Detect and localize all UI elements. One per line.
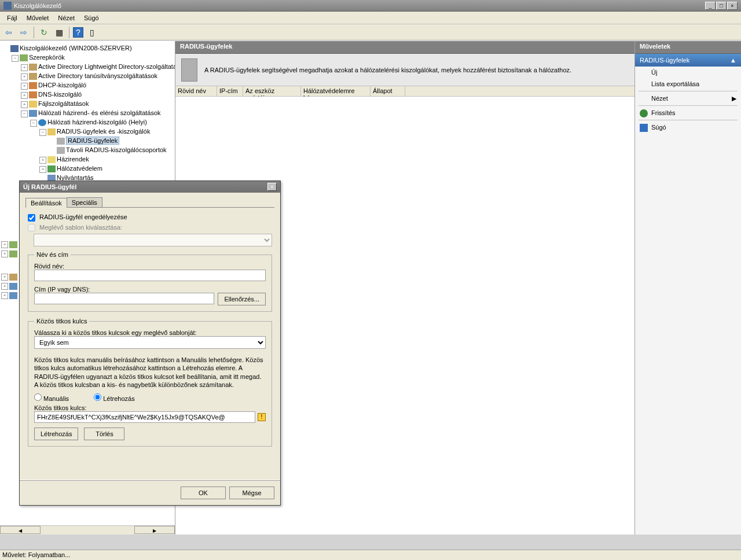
back-button[interactable]: ⇦ [2, 26, 15, 39]
separator [69, 27, 69, 38]
col-vendor[interactable]: Az eszköz gyártója [243, 86, 301, 96]
expander[interactable]: + [1, 292, 8, 299]
list-button[interactable]: ▦ [53, 26, 65, 39]
action-refresh[interactable]: Frissítés [635, 107, 741, 119]
folder-icon [9, 274, 17, 281]
refresh-button[interactable]: ↻ [38, 26, 50, 39]
button-verify[interactable]: Ellenőrzés... [218, 293, 266, 305]
button-generate[interactable]: Létrehozás [34, 428, 78, 440]
folder-icon [9, 241, 17, 248]
select-secret-template[interactable]: Egyik sem [34, 336, 266, 349]
tree-radius-clients-servers[interactable]: RADIUS-ügyfelek és -kiszolgálók [57, 128, 150, 135]
expander[interactable]: + [21, 92, 28, 99]
folder-icon [9, 292, 17, 299]
help-button[interactable]: ? [73, 27, 83, 38]
menu-file[interactable]: Fájl [2, 13, 22, 23]
actions-subtitle-text: RADIUS-ügyfelek [640, 57, 689, 64]
expander[interactable]: + [1, 241, 8, 248]
col-ip[interactable]: IP-cím [217, 86, 243, 96]
maximize-button[interactable]: □ [716, 2, 727, 10]
checkbox-enable-client[interactable] [28, 214, 35, 222]
dialog-new-radius-client: Új RADIUS-ügyfél × Beállítások Speciális… [19, 180, 281, 506]
expander[interactable]: + [39, 157, 46, 164]
expander[interactable]: + [1, 250, 8, 257]
radio-manual[interactable] [34, 393, 42, 401]
window-titlebar: Kiszolgálókezelő _ □ × [0, 0, 741, 12]
separator [639, 120, 738, 120]
folder-icon [9, 250, 17, 257]
radio-generate[interactable] [94, 393, 101, 401]
expander[interactable]: + [21, 101, 28, 108]
action-new[interactable]: Új [635, 67, 741, 78]
server-icon [181, 58, 197, 82]
horizontal-scrollbar[interactable]: ◀ ▶ [0, 525, 175, 535]
input-shared-secret[interactable] [34, 411, 255, 423]
tab-advanced[interactable]: Speciális [67, 197, 102, 207]
window-title: Kiszolgálókezelő [14, 2, 705, 9]
secret-help-text: Közös titkos kulcs manuális beírásához k… [34, 356, 266, 389]
tree-nps-root[interactable]: Hálózati házirend- és elérési szolgáltat… [38, 109, 161, 116]
expander[interactable]: + [21, 73, 28, 80]
expander[interactable]: + [1, 274, 8, 281]
tree-nap[interactable]: Hálózatvédelem [57, 165, 102, 172]
tree-root[interactable]: Kiszolgálókezelő (WIN2008-SZERVER) [20, 45, 132, 51]
info-box: A RADIUS-ügyfelek segítségével megadhatj… [175, 54, 634, 86]
action-view[interactable]: Nézet▶ [635, 93, 741, 104]
tree-dns[interactable]: DNS-kiszolgáló [38, 91, 82, 98]
forward-button[interactable]: ⇨ [17, 26, 30, 39]
col-name[interactable]: Rövid név [175, 86, 217, 96]
button-clear[interactable]: Törlés [84, 428, 124, 440]
actions-subtitle: RADIUS-ügyfelek ▲ [635, 54, 741, 67]
dialog-close-button[interactable]: × [267, 183, 277, 191]
list-header: Rövid név IP-cím Az eszköz gyártója Háló… [175, 86, 634, 97]
collapse-icon[interactable]: ▲ [730, 57, 736, 64]
tree-radius-clients[interactable]: RADIUS-ügyfelek [66, 137, 119, 145]
input-friendly-name[interactable] [34, 270, 266, 281]
select-template [34, 234, 272, 246]
button-ok[interactable]: OK [181, 487, 226, 499]
actions-title: Műveletek [635, 41, 741, 54]
tree-adcs[interactable]: Active Directory tanúsítványszolgáltatás… [38, 72, 157, 79]
tree-truncated-nodes: + + + + + [1, 240, 19, 300]
action-help[interactable]: Súgó [635, 121, 741, 133]
tab-settings[interactable]: Beállítások [25, 198, 67, 208]
button-cancel[interactable]: Mégse [229, 487, 274, 499]
col-status[interactable]: Állapot [370, 86, 405, 96]
scroll-right[interactable]: ▶ [134, 526, 175, 534]
minimize-button[interactable]: _ [705, 2, 716, 10]
folder-icon [9, 283, 17, 290]
scroll-left[interactable]: ◀ [0, 526, 41, 534]
expander[interactable]: + [21, 83, 28, 90]
expander[interactable]: − [12, 55, 19, 62]
action-export[interactable]: Lista exportálása [635, 78, 741, 90]
separator [639, 105, 738, 106]
tree-remote-radius[interactable]: Távoli RADIUS-kiszolgálócsoportok [66, 146, 167, 153]
close-button[interactable]: × [727, 2, 738, 10]
pane-button[interactable]: ▯ [86, 26, 98, 39]
label-friendly-name: Rövid név: [34, 263, 266, 270]
expander[interactable]: + [1, 283, 8, 290]
expander[interactable]: + [39, 166, 46, 173]
help-icon [640, 124, 648, 132]
fieldset-name-address: Név és cím Rövid név: Cím (IP vagy DNS):… [28, 251, 272, 312]
tree-nps-local[interactable]: Hálózati házirend-kiszolgáló (Helyi) [47, 119, 147, 126]
menu-view[interactable]: Nézet [53, 13, 79, 23]
tree-adlds[interactable]: Active Directory Lightweight Directory-s… [38, 63, 175, 70]
expander[interactable]: − [30, 120, 37, 127]
menu-action[interactable]: Művelet [22, 13, 54, 23]
label-shared-secret: Közös titkos kulcs: [34, 404, 266, 411]
tree-dhcp[interactable]: DHCP-kiszolgáló [38, 82, 86, 89]
tree-file[interactable]: Fájlszolgáltatások [38, 100, 89, 107]
col-nap[interactable]: Hálózatvédelemre képes [301, 86, 370, 96]
fieldset-shared-secret: Közös titkos kulcs Válassza ki a közös t… [28, 318, 272, 447]
legend-name-address: Név és cím [34, 251, 71, 258]
tree-policies[interactable]: Házirendek [57, 156, 89, 163]
label-select-template: Meglévő sablon kiválasztása: [39, 224, 122, 231]
input-address[interactable] [34, 293, 214, 304]
expander[interactable]: − [39, 129, 46, 136]
expander[interactable]: + [21, 64, 28, 71]
tree-roles[interactable]: Szerepkörök [29, 54, 65, 61]
menu-help[interactable]: Súgó [79, 13, 104, 23]
actions-pane: Műveletek RADIUS-ügyfelek ▲ Új Lista exp… [635, 41, 741, 535]
expander[interactable]: − [21, 110, 28, 117]
